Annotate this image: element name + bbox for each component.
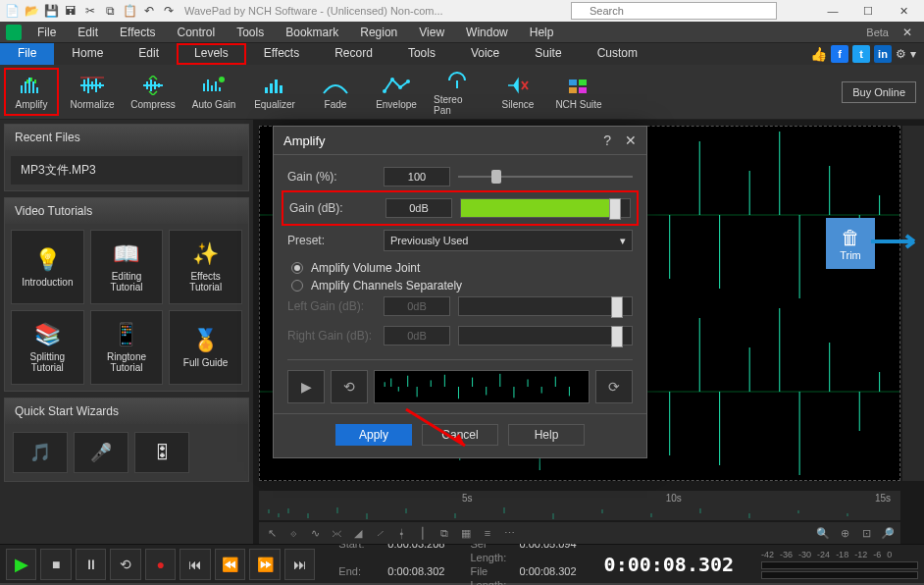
zoom-sel-icon[interactable]: ⊕: [836, 524, 853, 542]
menu-region[interactable]: Region: [350, 24, 407, 41]
preview-reset-button[interactable]: ⟳: [595, 370, 633, 403]
save-as-icon[interactable]: 🖬: [63, 3, 78, 19]
pause-button[interactable]: ⏸: [76, 549, 106, 580]
gain-percent-input[interactable]: 100: [384, 167, 450, 186]
menu-control[interactable]: Control: [168, 24, 226, 41]
tab-file[interactable]: File: [0, 43, 54, 65]
tool-autogain[interactable]: Auto Gain: [190, 74, 237, 110]
tutorial-effects[interactable]: ✨Effects Tutorial: [169, 230, 242, 304]
facebook-icon[interactable]: f: [831, 45, 848, 63]
dialog-help-icon[interactable]: ?: [603, 133, 611, 148]
menu-help[interactable]: Help: [520, 24, 564, 41]
record-button[interactable]: ●: [145, 549, 176, 580]
tab-tools[interactable]: Tools: [390, 43, 453, 65]
settings-icon[interactable]: ⚙: [896, 47, 906, 61]
cancel-button[interactable]: Cancel: [422, 424, 498, 446]
minimize-button[interactable]: —: [816, 1, 849, 21]
tool-nchsuite[interactable]: NCH Suite: [555, 74, 602, 110]
tool-scrub-icon[interactable]: ⟐: [284, 524, 302, 542]
timeline[interactable]: 5s 10s 15s: [259, 491, 900, 520]
tutorial-introduction[interactable]: 💡Introduction: [11, 230, 84, 304]
tool-fade[interactable]: Fade: [312, 74, 359, 110]
tool-normalize[interactable]: Normalize: [69, 74, 116, 110]
tab-custom[interactable]: Custom: [580, 43, 655, 65]
tool-grid-icon[interactable]: ▦: [457, 524, 475, 542]
tool-noise-icon[interactable]: ⩙: [328, 524, 345, 542]
gain-percent-slider[interactable]: [458, 176, 633, 178]
save-icon[interactable]: 💾: [43, 3, 59, 19]
tool-stereopan[interactable]: Stereo Pan: [434, 69, 481, 116]
cut-icon[interactable]: ✂: [82, 3, 98, 19]
tab-levels[interactable]: Levels: [177, 43, 246, 65]
rewind-button[interactable]: ⏪: [215, 549, 245, 580]
tool-align-icon[interactable]: ≡: [479, 524, 496, 542]
linkedin-icon[interactable]: in: [874, 45, 892, 63]
stop-button[interactable]: ■: [40, 549, 71, 580]
preview-play-button[interactable]: ▶: [287, 370, 325, 403]
quickstart-item-1[interactable]: 🎵: [13, 432, 68, 473]
tool-mark-icon[interactable]: ⍿: [392, 524, 410, 542]
open-icon[interactable]: 📂: [24, 3, 39, 19]
dropdown-icon[interactable]: ▾: [910, 47, 916, 61]
menu-tools[interactable]: Tools: [227, 24, 274, 41]
tutorial-ringtone[interactable]: 📱Ringtone Tutorial: [90, 310, 164, 385]
quickstart-item-2[interactable]: 🎤: [74, 432, 128, 473]
maximize-button[interactable]: ☐: [851, 1, 885, 21]
tool-split-icon[interactable]: ⎮: [414, 524, 432, 542]
trim-tool[interactable]: 🗑 Trim: [826, 218, 875, 269]
preset-select[interactable]: Previously Used ▾: [384, 230, 633, 251]
tool-cursor-icon[interactable]: ↖: [263, 524, 281, 542]
rewind-start-button[interactable]: ⏮: [180, 549, 210, 580]
loop-button[interactable]: ⟲: [110, 549, 140, 580]
tool-equalizer[interactable]: Equalizer: [251, 74, 298, 110]
tool-env-icon[interactable]: ⟋: [371, 524, 388, 542]
tab-home[interactable]: Home: [54, 43, 121, 65]
tool-amplify[interactable]: Amplify: [8, 72, 55, 112]
tutorial-editing[interactable]: 📖Editing Tutorial: [90, 230, 164, 304]
zoom-out-icon[interactable]: 🔍: [814, 524, 832, 542]
tool-more-icon[interactable]: ⋯: [500, 524, 518, 542]
zoom-fit-icon[interactable]: ⊡: [857, 524, 875, 542]
radio-separate-input[interactable]: [291, 280, 303, 292]
dialog-close-icon[interactable]: ✕: [625, 133, 637, 148]
forward-button[interactable]: ⏩: [249, 549, 280, 580]
tool-wave-icon[interactable]: ∿: [306, 524, 324, 542]
menu-bookmark[interactable]: Bookmark: [276, 24, 348, 41]
paste-icon[interactable]: 📋: [122, 3, 137, 19]
menu-edit[interactable]: Edit: [68, 24, 108, 41]
radio-joint[interactable]: Amplify Volume Joint: [291, 261, 633, 275]
twitter-icon[interactable]: t: [852, 45, 870, 63]
preview-loop-button[interactable]: ⟲: [331, 370, 368, 403]
tool-snap-icon[interactable]: ⧉: [436, 524, 453, 542]
copy-icon[interactable]: ⧉: [102, 3, 118, 19]
tool-fade-icon[interactable]: ◢: [349, 524, 367, 542]
new-icon[interactable]: 📄: [4, 3, 20, 19]
gain-db-input[interactable]: 0dB: [385, 198, 452, 218]
undo-icon[interactable]: ↶: [141, 3, 157, 19]
quickstart-item-3[interactable]: 🎛: [134, 432, 189, 473]
menubar-close[interactable]: ✕: [897, 26, 918, 39]
radio-separate[interactable]: Amplify Channels Separately: [291, 279, 633, 292]
redo-icon[interactable]: ↷: [161, 3, 177, 19]
tab-suite[interactable]: Suite: [517, 43, 579, 65]
menu-view[interactable]: View: [409, 24, 454, 41]
zoom-in-icon[interactable]: 🔎: [879, 524, 897, 542]
gain-db-slider[interactable]: [460, 198, 631, 218]
tab-edit[interactable]: Edit: [121, 43, 177, 65]
tool-envelope[interactable]: Envelope: [373, 74, 420, 110]
recent-file-item[interactable]: MP3文件.MP3: [11, 156, 242, 185]
close-button[interactable]: ✕: [887, 1, 920, 21]
play-button[interactable]: ▶: [6, 549, 36, 580]
vertical-scrollbar[interactable]: [902, 126, 924, 481]
radio-joint-input[interactable]: [291, 262, 303, 274]
help-button[interactable]: Help: [508, 424, 585, 446]
apply-button[interactable]: Apply: [335, 424, 412, 446]
menu-file[interactable]: File: [27, 24, 66, 41]
tool-silence[interactable]: Silence: [494, 74, 541, 110]
tool-compress[interactable]: Compress: [129, 74, 177, 110]
tutorial-splitting[interactable]: 📚Splitting Tutorial: [11, 310, 84, 385]
search-input[interactable]: [571, 2, 777, 20]
like-icon[interactable]: 👍: [810, 46, 827, 62]
tab-voice[interactable]: Voice: [453, 43, 517, 65]
tutorial-fullguide[interactable]: 🏅Full Guide: [169, 310, 242, 385]
